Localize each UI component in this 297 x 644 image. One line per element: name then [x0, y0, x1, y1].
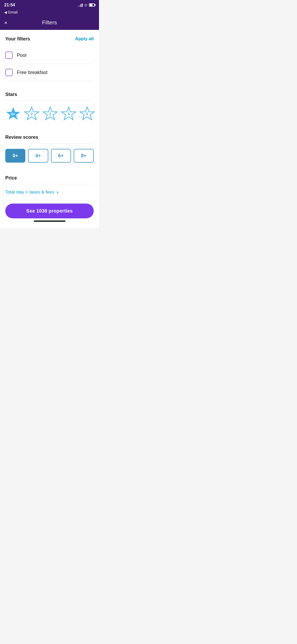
filter-item-free-breakfast[interactable]: Free breakfast	[5, 64, 94, 81]
status-time: 21:54	[4, 3, 15, 7]
review-scores-section: Review scores 0+ 4+ 6+ 8+	[0, 129, 99, 168]
pool-checkbox[interactable]	[5, 52, 13, 59]
price-title: Price	[5, 175, 94, 184]
battery-icon	[89, 3, 95, 7]
stars-row: 0+ 2 3 4	[5, 102, 94, 124]
filters-section-header: Your filters Apply all	[5, 35, 94, 43]
svg-text:4: 4	[68, 112, 70, 116]
back-label: Gmail	[8, 10, 18, 14]
close-button[interactable]: ×	[4, 20, 7, 25]
svg-text:2: 2	[31, 112, 33, 116]
chevron-down-icon: ∨	[56, 190, 59, 194]
star-button-3[interactable]: 3	[42, 106, 58, 122]
see-properties-button[interactable]: See 1038 properties	[5, 204, 94, 218]
svg-text:5: 5	[86, 112, 88, 116]
wifi-icon: ⊙	[84, 3, 87, 7]
svg-text:0+: 0+	[11, 112, 15, 116]
star-button-5[interactable]: 5	[79, 106, 95, 122]
signal-icon	[78, 3, 83, 7]
home-indicator	[34, 220, 65, 222]
status-icons: ⊙	[78, 3, 95, 7]
header: × Filters	[0, 16, 99, 30]
review-scores-row: 0+ 4+ 6+ 8+	[5, 145, 94, 165]
free-breakfast-label: Free breakfast	[17, 70, 48, 75]
price-section: Price Total stay + taxes & fees ∨	[0, 170, 99, 200]
score-button-8[interactable]: 8+	[74, 149, 94, 163]
price-dropdown-label: Total stay + taxes & fees	[5, 190, 54, 195]
stars-section: Stars 0+ 2 3	[0, 86, 99, 127]
bottom-bar: See 1038 properties	[0, 200, 99, 228]
svg-text:3: 3	[49, 112, 51, 116]
price-dropdown[interactable]: Total stay + taxes & fees ∨	[5, 185, 94, 197]
free-breakfast-checkbox[interactable]	[5, 69, 13, 76]
filter-item-pool[interactable]: Pool	[5, 47, 94, 64]
main-content: Your filters Apply all Pool Free breakfa…	[0, 30, 99, 200]
star-button-0[interactable]: 0+	[5, 106, 21, 122]
back-arrow-icon: ◀	[4, 10, 7, 14]
back-nav[interactable]: ◀ Gmail	[0, 9, 99, 16]
stars-title: Stars	[5, 92, 94, 101]
score-button-4[interactable]: 4+	[28, 149, 48, 163]
your-filters-section: Your filters Apply all Pool Free breakfa…	[0, 30, 99, 84]
star-button-4[interactable]: 4	[61, 106, 77, 122]
header-title: Filters	[42, 20, 57, 26]
status-bar: 21:54 ⊙	[0, 0, 99, 9]
apply-all-button[interactable]: Apply all	[75, 35, 94, 43]
star-button-2[interactable]: 2	[24, 106, 40, 122]
pool-label: Pool	[17, 53, 26, 58]
score-button-6[interactable]: 6+	[51, 149, 71, 163]
your-filters-title: Your filters	[5, 36, 30, 42]
score-button-0[interactable]: 0+	[5, 149, 25, 163]
review-scores-title: Review scores	[5, 135, 94, 144]
